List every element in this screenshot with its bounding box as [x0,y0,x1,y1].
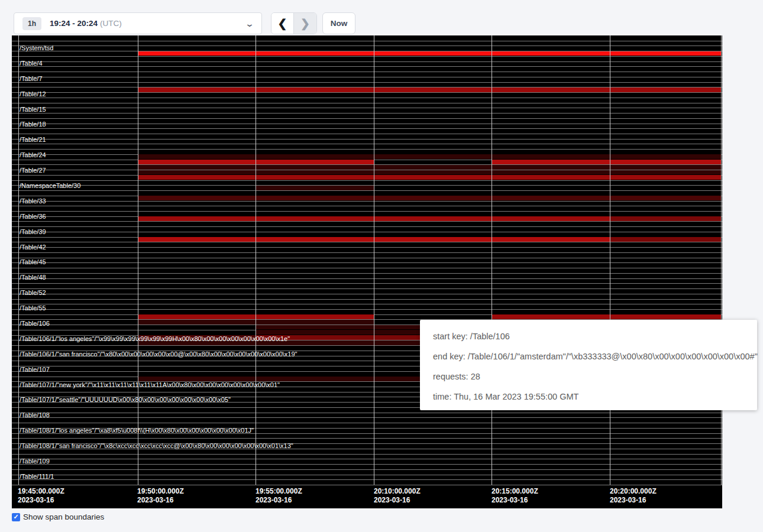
heatmap-cell[interactable] [374,175,492,180]
heatmap-cell[interactable] [492,160,610,164]
heatmap-cell[interactable] [492,170,610,175]
heatmap-cell[interactable] [492,314,610,319]
heatmap-cell[interactable] [610,51,721,56]
span-label: /Table/48 [20,274,46,281]
heatmap-cell[interactable] [256,160,374,164]
heatmap-cell[interactable] [138,237,256,242]
heatmap-cell[interactable] [138,160,256,164]
heatmap-cell[interactable] [492,87,610,92]
span-label: /Table/33 [20,197,46,205]
span-boundary-line [12,309,722,310]
show-span-boundaries-checkbox[interactable]: ✓ [12,513,20,521]
heatmap-cell[interactable] [256,175,374,180]
heatmap-cell[interactable] [138,314,256,319]
heatmap-plot[interactable]: /System/tsd/Table/4/Table/7/Table/12/Tab… [12,35,722,508]
heatmap-cell[interactable] [256,170,374,175]
heatmap-cell[interactable] [374,237,492,242]
span-label: /Table/36 [20,213,46,220]
time-gridline [610,35,610,485]
span-label: /NamespaceTable/30 [20,182,80,190]
span-boundary-line [12,180,722,181]
heatmap-cell[interactable] [256,314,374,319]
heatmap-cell[interactable] [492,237,610,242]
heatmap-cell[interactable] [492,175,610,180]
heatmap-cell[interactable] [256,320,374,325]
x-axis-date-label: 2023-03-16 [18,496,54,504]
span-label: /Table/111/1 [20,473,54,481]
span-label: /Table/106/1/"los angeles"/"\x99\x99\x99… [20,335,290,343]
heatmap-cell[interactable] [256,330,374,335]
span-boundary-line [12,124,722,124]
x-axis-date-label: 2023-03-16 [374,496,410,504]
heatmap-cell[interactable] [610,154,721,159]
heatmap-cell[interactable] [138,320,256,325]
span-label: /Table/108/1/"los angeles"/"\xa8\xf5\u00… [20,427,254,434]
span-label: /Table/24 [20,151,46,159]
span-label: /Table/15 [20,106,46,113]
show-span-boundaries-label: Show span boundaries [23,512,104,521]
span-boundary-line [12,294,722,294]
heatmap-cell[interactable] [256,325,374,330]
heatmap-cell[interactable] [256,196,374,200]
span-boundary-line [12,252,722,253]
heatmap-cell[interactable] [138,87,256,92]
span-boundary-line [12,226,722,227]
heatmap-cell[interactable] [138,51,256,56]
span-boundary-line [12,77,722,77]
heatmap-cell[interactable] [256,186,374,190]
heatmap-cell[interactable] [374,87,492,92]
heatmap-cell[interactable] [610,170,721,175]
span-boundary-line [12,139,722,140]
span-boundary-line [12,417,722,418]
span-boundary-line [12,206,722,206]
x-axis-time-label: 20:15:00.000Z [492,487,538,495]
heatmap-cell[interactable] [492,165,610,170]
heatmap-cell[interactable] [610,196,721,200]
heatmap-cell[interactable] [374,216,492,221]
heatmap-cell[interactable] [610,314,721,319]
heatmap-cell[interactable] [492,51,610,56]
heatmap-cell[interactable] [610,216,721,221]
heatmap-cell[interactable] [256,216,374,221]
span-boundary-line [12,232,722,232]
heatmap-cell[interactable] [138,170,256,175]
heatmap-cell[interactable] [256,51,374,56]
heatmap-cell[interactable] [374,154,492,159]
time-range-select[interactable]: 1h 19:24 - 20:24 (UTC) ⌄ [14,12,262,34]
heatmap-cell[interactable] [492,154,610,159]
x-axis-date-label: 2023-03-16 [137,496,173,504]
time-gridline [18,35,19,485]
heatmap-cell[interactable] [374,170,492,175]
heatmap-cell[interactable] [374,51,492,56]
now-button[interactable]: Now [322,12,355,34]
heatmap-cell[interactable] [374,196,492,200]
prev-time-button[interactable]: ❮ [271,13,294,34]
heatmap-cell[interactable] [256,154,374,159]
heatmap-cell[interactable] [256,87,374,92]
heatmap-cell[interactable] [492,196,610,200]
x-axis-time-label: 19:50:00.000Z [137,487,184,495]
next-time-button[interactable]: ❯ [294,13,316,34]
heatmap-cell[interactable] [138,154,256,159]
heatmap-cell[interactable] [610,237,721,242]
heatmap-cell[interactable] [138,165,256,170]
heatmap-cell[interactable] [610,175,721,180]
heatmap-cell[interactable] [256,165,374,170]
tooltip-time: time: Thu, 16 Mar 2023 19:55:00 GMT [433,387,744,407]
heatmap-cell[interactable] [138,196,256,200]
span-boundary-line [12,103,722,103]
x-axis-date-label: 2023-03-16 [492,496,528,504]
span-boundary-line [12,61,722,62]
span-boundary-line [12,262,722,263]
heatmap-cell[interactable] [610,160,721,164]
heatmap-cell[interactable] [610,165,721,170]
span-boundary-line [12,134,722,134]
heatmap-cell[interactable] [374,165,492,170]
heatmap-cell[interactable] [138,175,256,180]
heatmap-cell[interactable] [138,216,256,221]
heatmap-cell[interactable] [492,216,610,221]
span-boundary-line [12,469,722,470]
heatmap-cell[interactable] [256,237,374,242]
tooltip-start-key: start key: /Table/106 [433,326,744,346]
heatmap-cell[interactable] [610,87,721,92]
